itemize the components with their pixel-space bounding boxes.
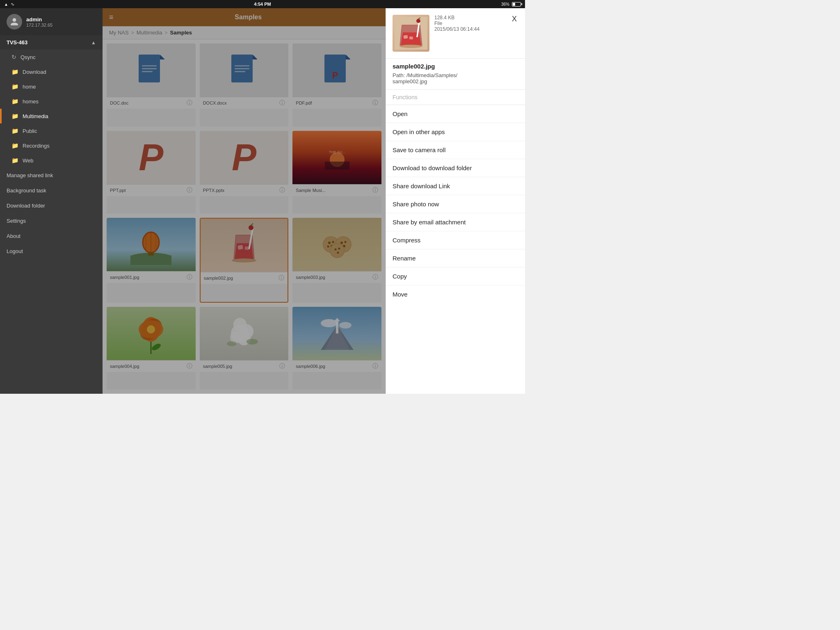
info-icon-sample003[interactable]: ⓘ xyxy=(372,274,378,281)
file-thumb-sample003 xyxy=(292,218,381,271)
info-icon-pptx[interactable]: ⓘ xyxy=(279,187,285,194)
panel-action-share-email[interactable]: Share by email attachment xyxy=(386,213,525,231)
info-icon-ppt[interactable]: ⓘ xyxy=(187,187,192,194)
breadcrumb-samples[interactable]: Samples xyxy=(170,30,192,36)
file-name-sample004: sample004.jpg xyxy=(110,364,139,369)
file-name-sample006: sample006.jpg xyxy=(296,364,325,369)
sidebar-item-public[interactable]: 📁 Public xyxy=(0,123,103,138)
file-label-ppt: PPT.ppt ⓘ xyxy=(107,184,196,196)
status-right: 36% xyxy=(501,2,521,7)
balloon-scene xyxy=(107,218,196,271)
battery-icon xyxy=(512,2,521,7)
file-name-sample003: sample003.jpg xyxy=(296,275,325,280)
file-item-docx[interactable]: DOCX.docx ⓘ xyxy=(200,43,289,127)
panel-action-rename[interactable]: Rename xyxy=(386,249,525,267)
panel-action-open[interactable]: Open xyxy=(386,105,525,123)
file-thumb-sample005 xyxy=(200,307,289,360)
battery-percent: 36% xyxy=(501,2,509,7)
sidebar-item-multimedia[interactable]: 📁 Multimedia xyxy=(0,109,103,123)
svg-marker-66 xyxy=(334,318,340,321)
sidebar-ip: 172.17.32.65 xyxy=(26,23,52,27)
svg-point-69 xyxy=(416,19,420,23)
sidebar-download-folder[interactable]: Download folder xyxy=(0,198,103,213)
file-item-sample005[interactable]: sample005.jpg ⓘ xyxy=(200,307,289,390)
sidebar-background-task[interactable]: Background task xyxy=(0,183,103,198)
info-icon-sample001[interactable]: ⓘ xyxy=(187,274,192,281)
sidebar-settings[interactable]: Settings xyxy=(0,213,103,228)
sidebar-about[interactable]: About xyxy=(0,228,103,244)
flower-scene xyxy=(107,307,196,360)
sidebar-item-label: Public xyxy=(23,128,37,134)
breadcrumb-sep-1: > xyxy=(131,30,134,36)
svg-line-27 xyxy=(251,224,253,225)
info-icon-sample004[interactable]: ⓘ xyxy=(187,363,192,370)
info-icon-sample005[interactable]: ⓘ xyxy=(279,363,285,370)
file-name-sample-music: Sample Musi... xyxy=(296,188,326,193)
panel-action-download-folder[interactable]: Download to download folder xyxy=(386,159,525,177)
sidebar-item-recordings[interactable]: 📁 Recordings xyxy=(0,138,103,153)
svg-rect-72 xyxy=(409,37,413,40)
sidebar-username: admin xyxy=(26,16,52,23)
breadcrumb-multimedia[interactable]: Multimedia xyxy=(137,30,162,36)
file-item-sample006[interactable]: sample006.jpg ⓘ xyxy=(292,307,381,390)
panel-action-share-download-link[interactable]: Share download Link xyxy=(386,177,525,195)
panel-drink-svg xyxy=(395,17,427,50)
svg-text:P: P xyxy=(332,70,338,80)
info-icon-sample-music[interactable]: ⓘ xyxy=(372,187,378,194)
svg-rect-28 xyxy=(237,245,243,250)
info-icon-doc[interactable]: ⓘ xyxy=(187,99,192,107)
file-item-sample-music[interactable]: THE SU... Sample Musi... ⓘ xyxy=(292,131,381,214)
avatar xyxy=(7,14,22,30)
panel-action-copy[interactable]: Copy xyxy=(386,267,525,285)
file-grid: DOC.doc ⓘ DOCX.docx ⓘ xyxy=(103,39,386,394)
info-icon-pdf[interactable]: ⓘ xyxy=(372,99,378,107)
file-item-ppt[interactable]: P PPT.ppt ⓘ xyxy=(107,131,196,214)
file-item-sample002[interactable]: sample002.jpg ⓘ xyxy=(200,218,289,303)
sidebar-item-label: home xyxy=(23,84,36,90)
svg-rect-22 xyxy=(148,252,154,256)
file-item-doc[interactable]: DOC.doc ⓘ xyxy=(107,43,196,127)
svg-rect-2 xyxy=(142,65,157,66)
sidebar-logout[interactable]: Logout xyxy=(0,244,103,259)
sidebar-item-qsync[interactable]: ↻ Qsync xyxy=(0,50,103,64)
sidebar-item-homes[interactable]: 📁 homes xyxy=(0,94,103,109)
file-thumb-doc xyxy=(107,43,196,97)
sidebar-device-header[interactable]: TVS-463 ▲ xyxy=(0,35,103,50)
sidebar-manage-shared-link[interactable]: Manage shared link xyxy=(0,168,103,183)
panel-action-save-camera[interactable]: Save to camera roll xyxy=(386,141,525,159)
file-item-sample004[interactable]: sample004.jpg ⓘ xyxy=(107,307,196,390)
svg-point-59 xyxy=(247,339,258,345)
panel-action-move[interactable]: Move xyxy=(386,285,525,303)
info-icon-docx[interactable]: ⓘ xyxy=(279,99,285,107)
info-icon-sample002[interactable]: ⓘ xyxy=(278,274,284,282)
panel-close-button[interactable]: X xyxy=(510,15,518,23)
sidebar-item-download[interactable]: 📁 Download xyxy=(0,64,103,79)
file-item-pdf[interactable]: P PDF.pdf ⓘ xyxy=(292,43,381,127)
sidebar-item-home[interactable]: 📁 home xyxy=(0,79,103,94)
folder-icon: 📁 xyxy=(11,128,18,134)
file-label-sample004: sample004.jpg ⓘ xyxy=(107,360,196,372)
panel-action-open-other[interactable]: Open in other apps xyxy=(386,123,525,141)
panel-action-share-photo-now[interactable]: Share photo now xyxy=(386,195,525,213)
svg-point-30 xyxy=(232,258,256,262)
panel-file-size: 128.4 KB xyxy=(434,15,505,21)
file-item-sample001[interactable]: sample001.jpg ⓘ xyxy=(107,218,196,303)
sky-scene xyxy=(292,307,381,360)
breadcrumb-mynas[interactable]: My NAS xyxy=(109,30,129,36)
panel-action-compress[interactable]: Compress xyxy=(386,231,525,249)
svg-rect-4 xyxy=(142,71,153,72)
status-bar: ▲ ∿ 4:54 PM 36% xyxy=(0,0,525,8)
breadcrumb-sep-2: > xyxy=(165,30,168,36)
wifi-icon: ∿ xyxy=(11,2,14,7)
svg-rect-14 xyxy=(325,162,349,170)
sidebar-item-web[interactable]: 📁 Web xyxy=(0,153,103,168)
hamburger-icon[interactable]: ≡ xyxy=(109,13,114,22)
folder-icon: 📁 xyxy=(11,157,18,164)
info-icon-sample006[interactable]: ⓘ xyxy=(372,363,378,370)
file-item-sample003[interactable]: sample003.jpg ⓘ xyxy=(292,218,381,303)
sidebar-user-info: admin 172.17.32.65 xyxy=(26,16,52,27)
top-bar: ≡ Samples xyxy=(103,8,386,26)
svg-point-46 xyxy=(338,248,340,250)
qsync-icon: ↻ xyxy=(11,54,16,60)
file-item-pptx[interactable]: P PPTX.pptx ⓘ xyxy=(200,131,289,214)
